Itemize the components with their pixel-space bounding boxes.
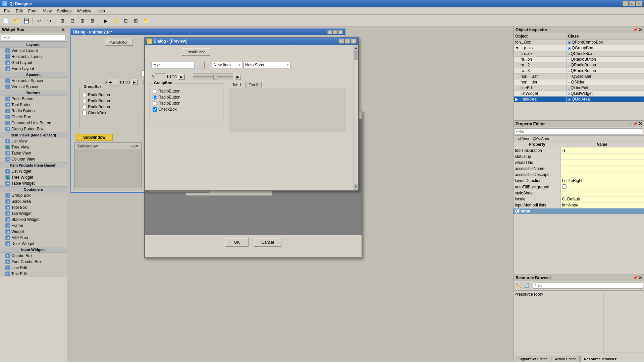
resource-browser-close[interactable]: ✕ — [639, 276, 642, 280]
wb-tool-box[interactable]: ⊠ Tool Box — [0, 204, 67, 210]
wb-table-view[interactable]: ⊞ Table View — [0, 150, 67, 156]
menu-edit[interactable]: Edit — [13, 8, 25, 14]
prop-statustip-val[interactable] — [560, 154, 644, 160]
prop-autofill-val[interactable] — [560, 184, 644, 190]
preview-font-combo[interactable]: Noto Sans ▾ — [244, 62, 290, 68]
prop-accessdesc-val[interactable] — [560, 172, 644, 178]
form-close-btn[interactable]: ✕ — [338, 30, 343, 34]
wb-frame[interactable]: □ Frame — [0, 223, 67, 229]
wb-radio-button[interactable]: ○ Radio Button — [0, 108, 67, 114]
prop-add-btn[interactable]: + — [630, 121, 632, 127]
wb-widget[interactable]: ⊡ Widget — [0, 229, 67, 235]
obj-row-ra3[interactable]: ra...3 ○ QRadioButton — [514, 68, 644, 74]
prop-row-qframe[interactable]: QFrame — [514, 208, 644, 214]
wb-line-edit[interactable]: _ Line Edit — [0, 265, 67, 271]
widget-box-filter-input[interactable] — [1, 34, 66, 40]
autofill-checkbox[interactable] — [562, 184, 567, 189]
preview-max-btn[interactable]: □ — [345, 39, 350, 44]
obj-row-chox[interactable]: ch...ox ○ QCheckBox — [514, 51, 644, 57]
prop-filter-input[interactable] — [515, 128, 643, 134]
wb-vertical-spacer[interactable]: ↕ Vertical Spacer — [0, 84, 67, 90]
form-maximize-btn[interactable]: □ — [333, 30, 337, 34]
resource-reload-btn[interactable]: 🔄 — [523, 282, 530, 289]
obj-row-listwidget[interactable]: listWidget ≡ QListWidget — [514, 91, 644, 97]
preview-close-btn[interactable]: ✕ — [351, 39, 356, 44]
radio3[interactable] — [82, 105, 87, 109]
prop-layoutdir-val[interactable]: LeftToRight — [560, 178, 644, 184]
wb-tool-button[interactable]: ⊡ Tool Button — [0, 102, 67, 108]
obj-inspector-pin[interactable]: 📌 — [633, 27, 638, 32]
resource-browser-pin[interactable]: 📌 — [633, 276, 638, 280]
checkbox1[interactable] — [82, 111, 87, 115]
preview-tab2[interactable]: Tab 2 — [245, 82, 262, 88]
prop-accessname-val[interactable] — [560, 166, 644, 172]
preview-vscroll-up[interactable]: ▲ — [354, 45, 358, 50]
wb-font-combo-box[interactable]: A Font Combo Box — [0, 259, 67, 265]
close-btn[interactable]: ✕ — [636, 1, 642, 6]
wb-table-widget[interactable]: ⊞ Table Widget — [0, 180, 67, 186]
signals-btn[interactable]: ⚡ — [111, 16, 120, 25]
preview-push-button[interactable]: PushButton — [182, 48, 210, 56]
menu-view[interactable]: View — [40, 8, 54, 14]
preview-checkbox[interactable] — [153, 107, 157, 112]
prop-row-statustip[interactable]: statusTip — [514, 154, 644, 160]
form-minimize-btn[interactable]: ─ — [327, 30, 332, 34]
ok-button[interactable]: OK — [225, 238, 249, 247]
preview-radio1[interactable] — [153, 89, 157, 94]
prop-row-accessname[interactable]: accessibleName — [514, 166, 644, 172]
wb-tree-view[interactable]: 🌲 Tree View — [0, 144, 67, 150]
radio1[interactable] — [82, 93, 87, 97]
menu-file[interactable]: File — [1, 8, 13, 14]
resource-edit-btn[interactable]: ✏️ — [515, 282, 522, 289]
wb-tree-widget[interactable]: 🌲 Tree Widget — [0, 174, 67, 180]
prop-whatstis-val[interactable] — [560, 160, 644, 166]
obj-row-mdiarea[interactable]: ▶ mdiArea ▣ QMdiArea — [514, 97, 644, 102]
obj-row-horider[interactable]: hori...ider ─ QSlider — [514, 79, 644, 85]
layout-v-btn[interactable]: ⊞ — [78, 16, 87, 25]
resource-filter-input[interactable] — [533, 283, 643, 289]
tab-resource-browser[interactable]: Resource Browser — [580, 356, 620, 362]
wb-grid-layout[interactable]: ⊞ Grid Layout — [0, 60, 67, 66]
prop-inputmethods-val[interactable]: ImhNone — [560, 202, 644, 208]
obj-row-grox[interactable]: ▼ gr...ox ▣ QGroupBox — [514, 45, 644, 51]
wb-vertical-layout[interactable]: ↕ Vertical Layout — [0, 48, 67, 54]
mdiarea-expand[interactable]: ▶ — [515, 97, 518, 102]
new-btn[interactable]: 📄 — [1, 16, 11, 25]
prop-row-accessdesc[interactable]: accessibleDescripti... — [514, 172, 644, 178]
layout-h-btn[interactable]: ⊟ — [68, 16, 77, 25]
menu-form[interactable]: Form — [25, 8, 40, 14]
wb-stacked-widget[interactable]: ⊞ Stacked Widget — [0, 217, 67, 223]
wb-form-layout[interactable]: ⊟ Form Layout — [0, 66, 67, 72]
wb-combo-box[interactable]: ▾ Combo Box — [0, 253, 67, 259]
preview-min-btn[interactable]: ─ — [339, 39, 344, 44]
tab-signal-slot[interactable]: Signal/Slot Editor — [515, 356, 550, 362]
prop-row-whatstis[interactable]: whatsThis — [514, 160, 644, 166]
obj-row-lineedit[interactable]: lineEdit _ QLineEdit — [514, 85, 644, 91]
resource-btn[interactable]: 📁 — [141, 16, 151, 25]
wb-scroll-area[interactable]: ⊡ Scroll Area — [0, 198, 67, 204]
menu-window[interactable]: Window — [74, 8, 94, 14]
cancel-button[interactable]: Cancel — [254, 238, 281, 247]
preview-vscroll-down[interactable]: ▼ — [354, 184, 358, 190]
wb-horizontal-spacer[interactable]: ↔ Horizontal Spacer — [0, 78, 67, 84]
preview-vscrollbar[interactable]: ▲ ▼ — [354, 45, 358, 190]
wb-mdi-area[interactable]: ⊞ MDI Area — [0, 235, 67, 241]
preview-date-btn[interactable]: ▶ — [178, 74, 185, 80]
preview-radio2[interactable] — [153, 95, 157, 100]
wb-column-view[interactable]: ⊟ Column View — [0, 156, 67, 162]
menu-settings[interactable]: Settings — [54, 8, 74, 14]
wb-list-view[interactable]: ≡ List View — [0, 138, 67, 144]
prop-locale-val[interactable]: C. Default — [560, 196, 644, 202]
maximize-btn[interactable]: □ — [629, 1, 635, 6]
wb-tab-widget[interactable]: ⊡ Tab Widget — [0, 210, 67, 217]
preview-scroll-right[interactable]: ▶ — [234, 74, 241, 80]
wb-text-edit[interactable]: ≡ Text Edit — [0, 271, 67, 277]
undo-btn[interactable]: ↩ — [35, 16, 44, 25]
layout-g-btn[interactable]: ⊠ — [88, 16, 97, 25]
prop-stylesheet-val[interactable] — [560, 190, 644, 196]
prop-row-locale[interactable]: locale C. Default — [514, 196, 644, 202]
prop-editor-close[interactable]: ✕ — [639, 121, 642, 127]
obj-row-ra2[interactable]: ra...2 ○ QRadioButton — [514, 62, 644, 68]
save-btn[interactable]: 💾 — [21, 16, 31, 25]
prop-editor-pin[interactable]: 📌 — [633, 121, 638, 127]
